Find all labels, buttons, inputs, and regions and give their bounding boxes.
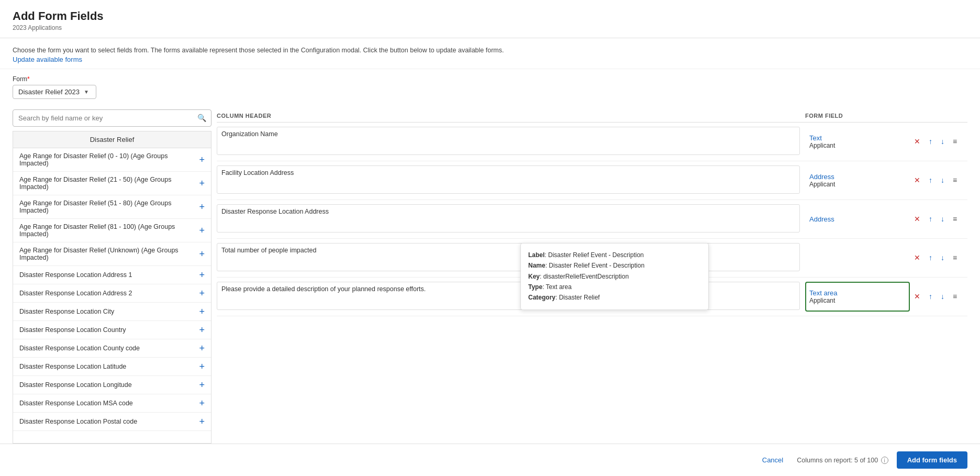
move-down-button[interactable]: ↓ — [939, 136, 946, 147]
list-item: Disaster Response Location Address 2+ — [13, 284, 211, 303]
move-up-button[interactable]: ↑ — [927, 136, 934, 147]
add-form-fields-button[interactable]: Add form fields — [897, 451, 967, 469]
col-header-formfield: FORM FIELD — [805, 113, 910, 119]
info-icon[interactable]: i — [881, 457, 888, 464]
list-item: Disaster Response Location Postal code+ — [13, 413, 211, 431]
move-down-button[interactable]: ↓ — [939, 175, 946, 185]
add-field-button[interactable]: + — [199, 226, 205, 235]
add-field-button[interactable]: + — [199, 289, 205, 298]
add-field-button[interactable]: + — [199, 344, 205, 353]
form-dropdown-value: Disaster Relief 2023 — [18, 88, 80, 96]
list-item: Age Range for Disaster Relief (21 - 50) … — [13, 172, 211, 195]
form-select-area: Form* Disaster Relief 2023 ▼ — [0, 69, 980, 103]
add-field-button[interactable]: + — [199, 202, 205, 212]
chevron-down-icon: ▼ — [84, 89, 89, 95]
delete-row-button[interactable]: ✕ — [912, 291, 922, 302]
actions-cell: ✕↑↓≡ — [910, 282, 967, 312]
form-field-cell: Text areaApplicant — [805, 282, 910, 312]
move-up-button[interactable]: ↑ — [927, 291, 934, 302]
actions-cell: ✕↑↓≡ — [910, 127, 967, 157]
move-up-button[interactable]: ↑ — [927, 252, 934, 263]
row-menu-button[interactable]: ≡ — [951, 175, 959, 185]
list-item: Disaster Response Location Address 1+ — [13, 266, 211, 284]
list-item: Age Range for Disaster Relief (0 - 10) (… — [13, 148, 211, 172]
list-item: Disaster Response Location Country+ — [13, 321, 211, 339]
column-header-input[interactable] — [217, 282, 800, 310]
add-field-button[interactable]: + — [199, 362, 205, 371]
row-menu-button[interactable]: ≡ — [951, 136, 959, 147]
delete-row-button[interactable]: ✕ — [912, 175, 922, 185]
add-field-button[interactable]: + — [199, 380, 205, 390]
move-down-button[interactable]: ↓ — [939, 252, 946, 263]
add-field-button[interactable]: + — [199, 398, 205, 408]
table-body: TextApplicant✕↑↓≡AddressApplicant✕↑↓≡Add… — [217, 123, 967, 444]
add-field-button[interactable]: + — [199, 270, 205, 280]
field-list-container: Disaster Relief Age Range for Disaster R… — [13, 131, 211, 444]
actions-cell: ✕↑↓≡ — [910, 243, 967, 273]
field-type-label: Address — [809, 173, 906, 181]
list-item: Age Range for Disaster Relief (81 - 100)… — [13, 219, 211, 242]
tooltip-category: Category: Disaster Relief — [528, 292, 701, 303]
table-row: TextApplicant✕↑↓≡ — [217, 123, 967, 161]
field-type-label: Text area — [809, 289, 906, 297]
add-field-button[interactable]: + — [199, 325, 205, 335]
field-tooltip: Label: Disaster Relief Event - Descripti… — [520, 243, 709, 310]
column-header-cell — [217, 165, 805, 195]
column-header-cell — [217, 243, 805, 273]
footer: Cancel Columns on report: 5 of 100 i Add… — [0, 444, 980, 476]
column-header-input[interactable] — [217, 165, 800, 194]
actions-cell: ✕↑↓≡ — [910, 165, 967, 195]
list-item: Age Range for Disaster Relief (51 - 80) … — [13, 195, 211, 219]
list-item: Disaster Response Location City+ — [13, 303, 211, 321]
description-text: Choose the form you want to select field… — [13, 46, 967, 56]
field-sub-label: Applicant — [809, 297, 906, 304]
form-dropdown[interactable]: Disaster Relief 2023 ▼ — [13, 85, 96, 99]
add-field-button[interactable]: + — [199, 155, 205, 164]
delete-row-button[interactable]: ✕ — [912, 136, 922, 147]
field-list: Age Range for Disaster Relief (0 - 10) (… — [13, 148, 211, 443]
update-forms-link[interactable]: Update available forms — [13, 56, 82, 63]
right-panel: COLUMN HEADER FORM FIELD TextApplicant✕↑… — [217, 103, 967, 444]
move-up-button[interactable]: ↑ — [927, 214, 934, 224]
tooltip-label: Label: Disaster Relief Event - Descripti… — [528, 250, 701, 260]
add-field-button[interactable]: + — [199, 307, 205, 316]
move-down-button[interactable]: ↓ — [939, 291, 946, 302]
cancel-button[interactable]: Cancel — [757, 453, 788, 467]
table-header: COLUMN HEADER FORM FIELD — [217, 109, 967, 123]
left-panel: 🔍 Disaster Relief Age Range for Disaster… — [13, 103, 217, 444]
form-label: Form* — [13, 75, 967, 83]
column-header-input[interactable] — [217, 127, 800, 155]
delete-row-button[interactable]: ✕ — [912, 214, 922, 224]
tooltip-type: Type: Text area — [528, 282, 701, 292]
row-menu-button[interactable]: ≡ — [951, 214, 959, 224]
column-header-input[interactable] — [217, 204, 800, 233]
delete-row-button[interactable]: ✕ — [912, 252, 922, 263]
form-field-cell: TextApplicant — [805, 127, 910, 157]
form-field-cell: Address — [805, 204, 910, 234]
add-field-button[interactable]: + — [199, 179, 205, 188]
actions-cell: ✕↑↓≡ — [910, 204, 967, 234]
page-header: Add Form Fields 2023 Applications — [0, 0, 980, 38]
add-field-button[interactable]: + — [199, 417, 205, 426]
move-up-button[interactable]: ↑ — [927, 175, 934, 185]
column-header-input[interactable] — [217, 243, 800, 271]
search-input[interactable] — [13, 109, 211, 127]
form-field-cell — [805, 243, 910, 273]
main-content: 🔍 Disaster Relief Age Range for Disaster… — [0, 103, 980, 444]
description-area: Choose the form you want to select field… — [0, 38, 980, 69]
tooltip-name: Name: Disaster Relief Event - Descriptio… — [528, 260, 701, 271]
row-menu-button[interactable]: ≡ — [951, 252, 959, 263]
columns-info: Columns on report: 5 of 100 i — [797, 457, 888, 464]
search-icon[interactable]: 🔍 — [197, 114, 206, 122]
move-down-button[interactable]: ↓ — [939, 214, 946, 224]
table-row: Address✕↑↓≡ — [217, 200, 967, 239]
field-sub-label: Applicant — [809, 181, 906, 188]
field-list-header: Disaster Relief — [13, 131, 211, 148]
row-menu-button[interactable]: ≡ — [951, 291, 959, 302]
field-type-label: Text — [809, 134, 906, 142]
page-subtitle: 2023 Applications — [13, 24, 967, 31]
add-field-button[interactable]: + — [199, 249, 205, 259]
col-header-column: COLUMN HEADER — [217, 113, 805, 119]
list-item: Disaster Response Location MSA code+ — [13, 394, 211, 413]
column-header-cell — [217, 282, 805, 312]
